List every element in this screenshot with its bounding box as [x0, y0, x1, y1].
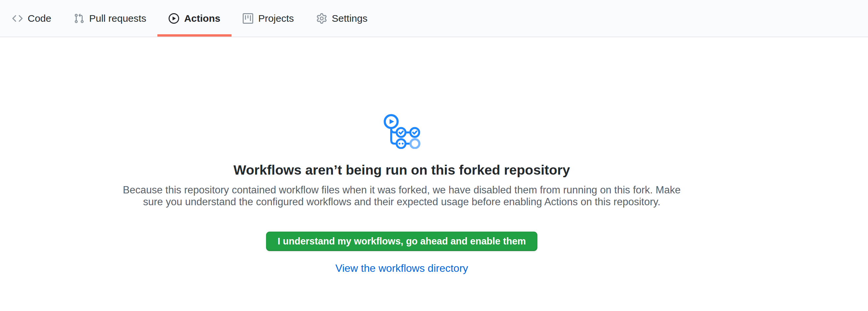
tab-label: Projects [258, 13, 294, 24]
tab-settings[interactable]: Settings [305, 0, 379, 37]
git-pull-request-icon [74, 13, 84, 24]
tab-pull-requests[interactable]: Pull requests [63, 0, 157, 37]
tab-label: Code [28, 13, 51, 24]
workflow-graph-icon [0, 112, 803, 149]
enable-workflows-button[interactable]: I understand my workflows, go ahead and … [266, 231, 537, 251]
actions-blankslate: Workflows aren’t being run on this forke… [0, 112, 803, 277]
repo-tab-nav: Code Pull requests Actions Projects Sett… [0, 0, 868, 37]
page-title: Workflows aren’t being run on this forke… [0, 161, 803, 179]
view-workflows-directory-link[interactable]: View the workflows directory [335, 262, 468, 274]
tab-label: Settings [332, 13, 368, 24]
blankslate-description: Because this repository contained workfl… [0, 184, 803, 208]
gear-icon [316, 13, 327, 24]
project-icon [243, 13, 253, 24]
tab-code[interactable]: Code [1, 0, 63, 37]
play-icon [168, 13, 179, 24]
code-icon [12, 13, 23, 24]
description-line-1: Because this repository contained workfl… [123, 184, 681, 196]
tab-projects[interactable]: Projects [231, 0, 305, 37]
tab-label: Actions [184, 13, 220, 24]
description-line-2: sure you understand the configured workf… [143, 196, 660, 208]
repo-tab-list: Code Pull requests Actions Projects Sett… [0, 0, 868, 37]
tab-label: Pull requests [89, 13, 146, 24]
tab-actions[interactable]: Actions [157, 0, 231, 37]
workflows-link-row: View the workflows directory [0, 261, 803, 277]
